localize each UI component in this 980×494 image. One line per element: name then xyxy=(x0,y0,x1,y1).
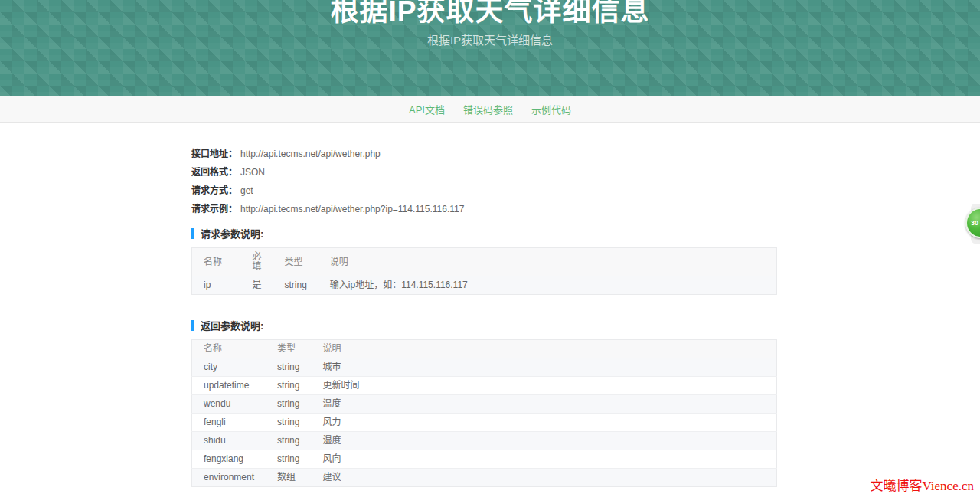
table-cell: string xyxy=(266,450,311,469)
table-cell: 建议 xyxy=(311,469,776,487)
table-row: fengxiangstring风向 xyxy=(192,450,777,469)
table-row: citystring城市 xyxy=(192,358,777,377)
table-cell: shidu xyxy=(192,432,266,450)
table-cell: fengxiang xyxy=(192,450,266,469)
table-row: ip是string输入ip地址，如：114.115.116.117 xyxy=(192,276,777,295)
table-cell: 温度 xyxy=(311,395,776,414)
nav-link-sample-code[interactable]: 示例代码 xyxy=(531,102,571,116)
table-cell: string xyxy=(273,276,318,295)
page-subtitle: 根据IP获取天气详细信息 xyxy=(0,31,980,47)
table-cell: string xyxy=(266,395,311,414)
info-value: http://api.tecms.net/api/wether.php?ip=1… xyxy=(240,204,464,214)
info-label: 接口地址： xyxy=(191,149,237,159)
table-cell: ip xyxy=(192,276,241,295)
table-cell: string xyxy=(266,432,311,450)
table-row: shidustring湿度 xyxy=(192,432,777,450)
request-params-table: 名称必填类型说明 ip是string输入ip地址，如：114.115.116.1… xyxy=(191,247,777,295)
table-column-header: 名称 xyxy=(192,340,266,358)
info-value: get xyxy=(240,185,253,196)
content: 接口地址：http://api.tecms.net/api/wether.php… xyxy=(191,123,777,494)
table-row: wendustring温度 xyxy=(192,395,777,414)
section-heading-text: 返回参数说明: xyxy=(201,318,263,332)
info-label: 请求示例： xyxy=(191,204,237,214)
info-label: 返回格式： xyxy=(191,167,237,178)
table-row: fenglistring风力 xyxy=(192,414,777,432)
blue-marker xyxy=(191,320,194,331)
table-cell: city xyxy=(192,358,266,377)
blue-marker xyxy=(191,228,194,239)
page-header: 根据IP获取天气详细信息 根据IP获取天气详细信息 xyxy=(0,0,980,96)
table-cell: 输入ip地址，如：114.115.116.117 xyxy=(318,276,777,295)
table-cell: updatetime xyxy=(192,377,266,395)
table-cell: fengli xyxy=(192,414,266,432)
info-label: 请求方式： xyxy=(191,185,237,196)
table-row: updatetimestring更新时间 xyxy=(192,377,777,395)
info-line-endpoint: 接口地址：http://api.tecms.net/api/wether.php xyxy=(191,145,777,163)
watermark-text: 文曦博客Vience.cn xyxy=(871,475,974,494)
table-column-header: 类型 xyxy=(273,248,318,276)
info-line-method: 请求方式：get xyxy=(191,182,777,200)
response-params-table: 名称类型说明 citystring城市updatetimestring更新时间w… xyxy=(191,339,777,487)
table-cell: string xyxy=(266,377,311,395)
section-heading-request-params: 请求参数说明: xyxy=(191,226,777,240)
info-value: JSON xyxy=(240,167,265,178)
table-column-header: 名称 xyxy=(192,248,241,276)
info-line-example: 请求示例：http://api.tecms.net/api/wether.php… xyxy=(191,200,777,218)
table-cell: 更新时间 xyxy=(311,377,776,395)
table-cell: environment xyxy=(192,469,266,487)
table-cell: 数组 xyxy=(266,469,311,487)
table-column-header: 说明 xyxy=(318,248,777,276)
info-value: http://api.tecms.net/api/wether.php xyxy=(240,149,381,159)
browser-speed-ball[interactable]: 30 xyxy=(965,208,980,238)
section-heading-text: 请求参数说明: xyxy=(201,226,263,240)
table-cell: 湿度 xyxy=(311,432,776,450)
table-cell: string xyxy=(266,358,311,377)
table-header-row: 名称类型说明 xyxy=(192,340,777,358)
table-header-row: 名称必填类型说明 xyxy=(192,248,777,276)
api-info-block: 接口地址：http://api.tecms.net/api/wether.php… xyxy=(191,145,777,218)
info-line-format: 返回格式：JSON xyxy=(191,163,777,182)
table-cell: string xyxy=(266,414,311,432)
table-row: environment数组建议 xyxy=(192,469,777,487)
top-nav: API文档 错误码参照 示例代码 xyxy=(0,96,980,123)
table-column-header: 说明 xyxy=(311,340,776,358)
table-cell: 风向 xyxy=(311,450,776,469)
section-heading-response-params: 返回参数说明: xyxy=(191,318,777,332)
page-title: 根据IP获取天气详细信息 xyxy=(0,0,980,28)
nav-link-error-codes[interactable]: 错误码参照 xyxy=(463,102,513,116)
table-column-header: 必填 xyxy=(241,248,273,276)
nav-link-api-docs[interactable]: API文档 xyxy=(409,102,445,116)
table-cell: 城市 xyxy=(311,358,776,377)
table-cell: 风力 xyxy=(311,414,776,432)
table-cell: 是 xyxy=(241,276,273,295)
table-column-header: 类型 xyxy=(266,340,311,358)
table-cell: wendu xyxy=(192,395,266,414)
